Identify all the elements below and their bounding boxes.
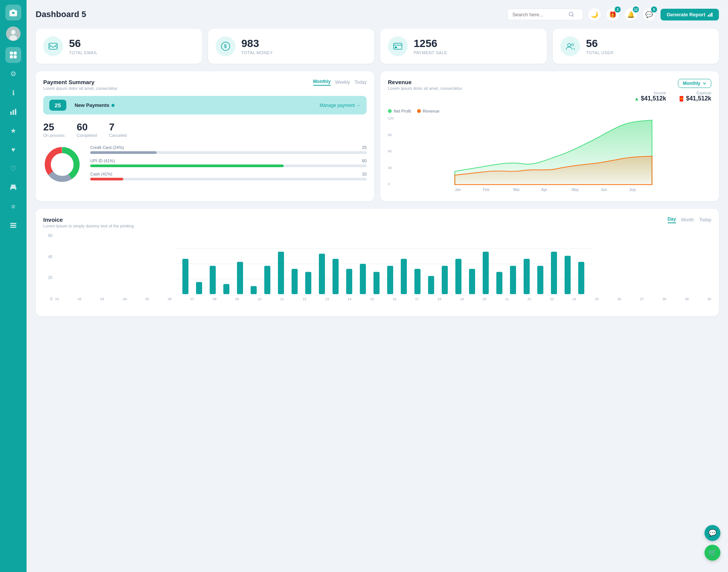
invoice-bar[interactable] [305, 272, 311, 294]
invoice-bar[interactable] [524, 259, 530, 294]
svg-rect-21 [708, 15, 709, 17]
invoice-bar[interactable] [510, 266, 516, 294]
invoice-bar[interactable] [346, 269, 352, 294]
invoice-bar[interactable] [496, 272, 502, 294]
invoice-y-axis: 0204060 [43, 234, 52, 301]
invoice-bar[interactable] [182, 259, 188, 294]
progress-cash: Cash (41%) 10 [90, 172, 367, 180]
revenue-top: Revenue Lorem ipsum dolor sit amet, cons… [388, 79, 711, 105]
revenue-y-axis: 0306090120 [388, 116, 395, 186]
invoice-bar[interactable] [333, 259, 339, 294]
invoice-bar[interactable] [551, 252, 557, 294]
invoice-x-labels: 0102030405060708091011121314151617181920… [55, 297, 711, 301]
upi-bar [90, 165, 284, 167]
revenue-card: Revenue Lorem ipsum dolor sit amet, cons… [380, 71, 719, 201]
invoice-header: Invoice Lorem Ipsum is simply dummy text… [43, 216, 711, 228]
invoice-bar[interactable] [373, 272, 380, 294]
svg-rect-29 [394, 43, 402, 49]
invoice-tab-today[interactable]: Today [699, 217, 711, 223]
gift-icon-btn[interactable]: 🎁 2 [606, 8, 620, 21]
completed-label: Completed [77, 133, 97, 138]
income-arrow-icon: ▲ [634, 96, 639, 102]
invoice-bar[interactable] [483, 252, 489, 294]
svg-text:Jun: Jun [601, 188, 607, 192]
new-payments-dot [111, 104, 115, 107]
svg-point-33 [571, 44, 574, 46]
invoice-bar[interactable] [196, 282, 202, 294]
tab-monthly[interactable]: Monthly [313, 79, 331, 86]
sidebar-item-settings[interactable]: ⚙ [5, 66, 21, 82]
invoice-bar[interactable] [278, 252, 284, 294]
invoice-bar[interactable] [237, 262, 243, 294]
invoice-bar[interactable] [428, 276, 434, 294]
sidebar-item-print[interactable] [5, 180, 21, 196]
svg-text:$: $ [224, 44, 227, 49]
svg-rect-6 [10, 52, 13, 55]
payment-summary-title: Payment Summary [43, 79, 118, 85]
invoice-bar[interactable] [223, 284, 229, 294]
chat-icon-btn[interactable]: 💬 5 [642, 8, 656, 21]
invoice-bar[interactable] [387, 266, 393, 294]
cash-bar [90, 178, 123, 180]
svg-text:Apr: Apr [541, 188, 548, 192]
sidebar-item-star[interactable]: ★ [5, 123, 21, 139]
svg-line-25 [49, 46, 51, 48]
svg-point-38 [52, 154, 73, 175]
invoice-bar[interactable] [565, 256, 571, 294]
sidebar-logo[interactable] [5, 5, 21, 20]
cart-float-btn[interactable]: 🛒 [704, 545, 720, 561]
svg-rect-13 [11, 185, 16, 187]
revenue-monthly-dropdown[interactable]: Monthly [678, 79, 711, 88]
payment-stats-3: 25 On process 60 Completed 7 Canceled [43, 121, 367, 138]
revenue-chart-wrap: 0306090120 [388, 116, 711, 194]
search-box[interactable] [507, 9, 583, 20]
invoice-chart-wrap: 0204060 01020304050607080910111213141516… [43, 234, 711, 309]
sidebar-item-dashboard[interactable] [5, 47, 21, 63]
email-icon [43, 36, 63, 56]
dark-mode-toggle[interactable]: 🌙 [588, 8, 601, 21]
payment-tabs: Monthly Weekly Today [313, 79, 367, 86]
invoice-bar[interactable] [578, 262, 584, 294]
invoice-bar[interactable] [210, 266, 216, 294]
middle-row: Payment Summary Lorem ipsum dolor sit am… [36, 71, 719, 201]
sidebar-item-heart-filled[interactable]: ♥ [5, 142, 21, 158]
upi-label: UPI ID (41%) [90, 158, 115, 163]
tab-today[interactable]: Today [355, 80, 367, 85]
sidebar: ⚙ ℹ ★ ♥ ♡ ≡ [0, 0, 27, 572]
sidebar-item-heart-outline[interactable]: ♡ [5, 161, 21, 177]
sidebar-item-info[interactable]: ℹ [5, 85, 21, 101]
invoice-bar[interactable] [292, 269, 298, 294]
on-process-stat: 25 On process [43, 121, 64, 138]
float-buttons: 💬 🛒 [704, 525, 720, 561]
search-input[interactable] [512, 12, 565, 17]
invoice-bar[interactable] [469, 269, 475, 294]
generate-report-button[interactable]: Generate Report [661, 9, 719, 20]
support-float-btn[interactable]: 💬 [704, 525, 720, 541]
bell-icon-btn[interactable]: 🔔 12 [624, 8, 638, 21]
invoice-bar[interactable] [264, 266, 270, 294]
sidebar-item-menu[interactable]: ≡ [5, 199, 21, 215]
invoice-tab-day[interactable]: Day [668, 216, 676, 223]
invoice-subtitle: Lorem Ipsum is simply dummy text of the … [43, 224, 134, 228]
progress-upi: UPI ID (41%) 60 [90, 158, 367, 167]
invoice-bar[interactable] [319, 254, 325, 294]
invoice-bar[interactable] [251, 286, 257, 294]
invoice-tab-month[interactable]: Month [681, 217, 694, 223]
invoice-bar[interactable] [442, 266, 448, 294]
upi-count: 60 [362, 158, 367, 163]
user-avatar[interactable] [6, 27, 20, 41]
manage-payment-link[interactable]: Manage payment → [320, 103, 361, 108]
sidebar-item-list[interactable] [5, 218, 21, 234]
new-payments-bar: 25 New Payments Manage payment → [43, 96, 367, 114]
svg-text:Feb: Feb [483, 188, 490, 192]
expense-item: Expense 🧧 $41,512k [678, 91, 711, 102]
stat-payment-num: 1256 [414, 38, 447, 50]
sidebar-item-chart[interactable] [5, 104, 21, 120]
header-right: 🌙 🎁 2 🔔 12 💬 5 Generate Report [507, 8, 719, 21]
invoice-bar[interactable] [537, 266, 543, 294]
invoice-bar[interactable] [401, 259, 407, 294]
tab-weekly[interactable]: Weekly [335, 80, 350, 85]
invoice-bar[interactable] [414, 269, 420, 294]
invoice-bar[interactable] [455, 259, 461, 294]
invoice-bar[interactable] [360, 264, 366, 294]
